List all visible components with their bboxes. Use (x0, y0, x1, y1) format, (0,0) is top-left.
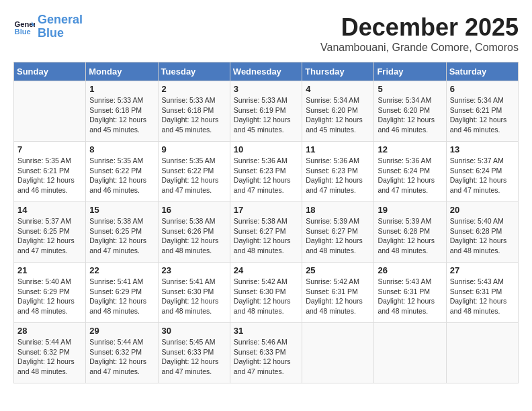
day-number: 1 (89, 84, 154, 94)
day-number: 28 (17, 326, 82, 336)
day-number: 13 (450, 144, 515, 154)
day-number: 6 (450, 84, 515, 94)
day-header-friday: Friday (374, 62, 446, 81)
location-subtitle: Vanambouani, Grande Comore, Comoros (320, 42, 519, 54)
day-header-wednesday: Wednesday (230, 62, 302, 81)
day-number: 25 (306, 265, 370, 275)
day-number: 15 (89, 205, 154, 215)
calendar-cell: 1Sunrise: 5:33 AM Sunset: 6:18 PM Daylig… (86, 81, 158, 142)
day-info: Sunrise: 5:40 AM Sunset: 6:29 PM Dayligh… (17, 277, 82, 316)
day-info: Sunrise: 5:44 AM Sunset: 6:32 PM Dayligh… (89, 337, 154, 377)
calendar-cell: 11Sunrise: 5:36 AM Sunset: 6:23 PM Dayli… (302, 142, 374, 202)
day-info: Sunrise: 5:39 AM Sunset: 6:28 PM Dayligh… (378, 216, 442, 256)
day-number: 11 (306, 144, 370, 154)
day-number: 24 (234, 265, 298, 275)
day-info: Sunrise: 5:44 AM Sunset: 6:32 PM Dayligh… (17, 337, 82, 377)
calendar-cell: 3Sunrise: 5:33 AM Sunset: 6:19 PM Daylig… (230, 81, 302, 142)
day-number: 26 (378, 265, 442, 275)
calendar-cell: 20Sunrise: 5:40 AM Sunset: 6:28 PM Dayli… (446, 202, 518, 263)
day-number: 5 (378, 84, 442, 94)
day-info: Sunrise: 5:39 AM Sunset: 6:27 PM Dayligh… (306, 216, 370, 256)
day-info: Sunrise: 5:36 AM Sunset: 6:23 PM Dayligh… (306, 156, 370, 195)
day-number: 7 (17, 144, 82, 154)
day-info: Sunrise: 5:41 AM Sunset: 6:29 PM Dayligh… (89, 277, 154, 316)
day-info: Sunrise: 5:41 AM Sunset: 6:30 PM Dayligh… (162, 277, 226, 316)
calendar-cell: 14Sunrise: 5:37 AM Sunset: 6:25 PM Dayli… (14, 202, 86, 263)
calendar-cell (14, 81, 86, 142)
calendar-cell: 29Sunrise: 5:44 AM Sunset: 6:32 PM Dayli… (86, 323, 158, 383)
day-info: Sunrise: 5:37 AM Sunset: 6:24 PM Dayligh… (450, 156, 515, 195)
calendar-cell: 21Sunrise: 5:40 AM Sunset: 6:29 PM Dayli… (14, 263, 86, 323)
day-number: 19 (378, 205, 442, 215)
calendar-cell: 23Sunrise: 5:41 AM Sunset: 6:30 PM Dayli… (158, 263, 230, 323)
day-info: Sunrise: 5:38 AM Sunset: 6:27 PM Dayligh… (234, 216, 298, 256)
calendar-cell: 10Sunrise: 5:36 AM Sunset: 6:23 PM Dayli… (230, 142, 302, 202)
day-number: 8 (89, 144, 154, 154)
day-info: Sunrise: 5:45 AM Sunset: 6:33 PM Dayligh… (162, 337, 226, 377)
day-number: 31 (234, 326, 298, 336)
day-info: Sunrise: 5:35 AM Sunset: 6:22 PM Dayligh… (89, 156, 154, 195)
calendar-cell (446, 323, 518, 383)
day-header-tuesday: Tuesday (158, 62, 230, 81)
calendar-cell: 4Sunrise: 5:34 AM Sunset: 6:20 PM Daylig… (302, 81, 374, 142)
day-number: 22 (89, 265, 154, 275)
month-title: December 2025 (320, 13, 519, 42)
day-info: Sunrise: 5:37 AM Sunset: 6:25 PM Dayligh… (17, 216, 82, 256)
day-info: Sunrise: 5:33 AM Sunset: 6:18 PM Dayligh… (162, 95, 226, 135)
day-number: 16 (162, 205, 226, 215)
day-number: 27 (450, 265, 515, 275)
day-number: 9 (162, 144, 226, 154)
day-number: 3 (234, 84, 298, 94)
day-number: 10 (234, 144, 298, 154)
calendar-cell: 7Sunrise: 5:35 AM Sunset: 6:21 PM Daylig… (14, 142, 86, 202)
day-number: 12 (378, 144, 442, 154)
calendar-cell: 24Sunrise: 5:42 AM Sunset: 6:30 PM Dayli… (230, 263, 302, 323)
day-info: Sunrise: 5:42 AM Sunset: 6:31 PM Dayligh… (306, 277, 370, 316)
calendar-cell: 15Sunrise: 5:38 AM Sunset: 6:25 PM Dayli… (86, 202, 158, 263)
calendar-cell: 17Sunrise: 5:38 AM Sunset: 6:27 PM Dayli… (230, 202, 302, 263)
day-number: 21 (17, 265, 82, 275)
day-header-sunday: Sunday (14, 62, 86, 81)
day-number: 14 (17, 205, 82, 215)
day-info: Sunrise: 5:33 AM Sunset: 6:18 PM Dayligh… (89, 95, 154, 135)
day-info: Sunrise: 5:35 AM Sunset: 6:21 PM Dayligh… (17, 156, 82, 195)
logo-line2: Blue (38, 26, 64, 40)
calendar-cell: 31Sunrise: 5:46 AM Sunset: 6:33 PM Dayli… (230, 323, 302, 383)
day-header-thursday: Thursday (302, 62, 374, 81)
calendar-cell: 27Sunrise: 5:43 AM Sunset: 6:31 PM Dayli… (446, 263, 518, 323)
day-header-monday: Monday (86, 62, 158, 81)
day-info: Sunrise: 5:34 AM Sunset: 6:20 PM Dayligh… (306, 95, 370, 135)
day-number: 2 (162, 84, 226, 94)
day-info: Sunrise: 5:38 AM Sunset: 6:25 PM Dayligh… (89, 216, 154, 256)
calendar-cell (374, 323, 446, 383)
calendar-cell: 13Sunrise: 5:37 AM Sunset: 6:24 PM Dayli… (446, 142, 518, 202)
page-container: General Blue General Blue December 2025 … (13, 13, 519, 383)
day-number: 20 (450, 205, 515, 215)
day-number: 23 (162, 265, 226, 275)
calendar-table: SundayMondayTuesdayWednesdayThursdayFrid… (13, 62, 519, 383)
title-section: December 2025 Vanambouani, Grande Comore… (320, 13, 519, 54)
day-number: 4 (306, 84, 370, 94)
logo-line1: General (38, 13, 83, 26)
day-info: Sunrise: 5:40 AM Sunset: 6:28 PM Dayligh… (450, 216, 515, 256)
day-info: Sunrise: 5:43 AM Sunset: 6:31 PM Dayligh… (450, 277, 515, 316)
calendar-cell: 18Sunrise: 5:39 AM Sunset: 6:27 PM Dayli… (302, 202, 374, 263)
day-info: Sunrise: 5:38 AM Sunset: 6:26 PM Dayligh… (162, 216, 226, 256)
day-info: Sunrise: 5:36 AM Sunset: 6:23 PM Dayligh… (234, 156, 298, 195)
day-info: Sunrise: 5:35 AM Sunset: 6:22 PM Dayligh… (162, 156, 226, 195)
calendar-cell: 26Sunrise: 5:43 AM Sunset: 6:31 PM Dayli… (374, 263, 446, 323)
calendar-cell: 22Sunrise: 5:41 AM Sunset: 6:29 PM Dayli… (86, 263, 158, 323)
day-info: Sunrise: 5:43 AM Sunset: 6:31 PM Dayligh… (378, 277, 442, 316)
logo-text: General Blue (38, 13, 83, 40)
svg-text:Blue: Blue (15, 28, 31, 36)
calendar-cell: 5Sunrise: 5:34 AM Sunset: 6:20 PM Daylig… (374, 81, 446, 142)
day-info: Sunrise: 5:34 AM Sunset: 6:21 PM Dayligh… (450, 95, 515, 135)
calendar-cell (302, 323, 374, 383)
calendar-cell: 9Sunrise: 5:35 AM Sunset: 6:22 PM Daylig… (158, 142, 230, 202)
day-header-saturday: Saturday (446, 62, 518, 81)
day-info: Sunrise: 5:33 AM Sunset: 6:19 PM Dayligh… (234, 95, 298, 135)
calendar-cell: 6Sunrise: 5:34 AM Sunset: 6:21 PM Daylig… (446, 81, 518, 142)
logo-icon: General Blue (13, 16, 35, 38)
calendar-cell: 2Sunrise: 5:33 AM Sunset: 6:18 PM Daylig… (158, 81, 230, 142)
calendar-cell: 25Sunrise: 5:42 AM Sunset: 6:31 PM Dayli… (302, 263, 374, 323)
